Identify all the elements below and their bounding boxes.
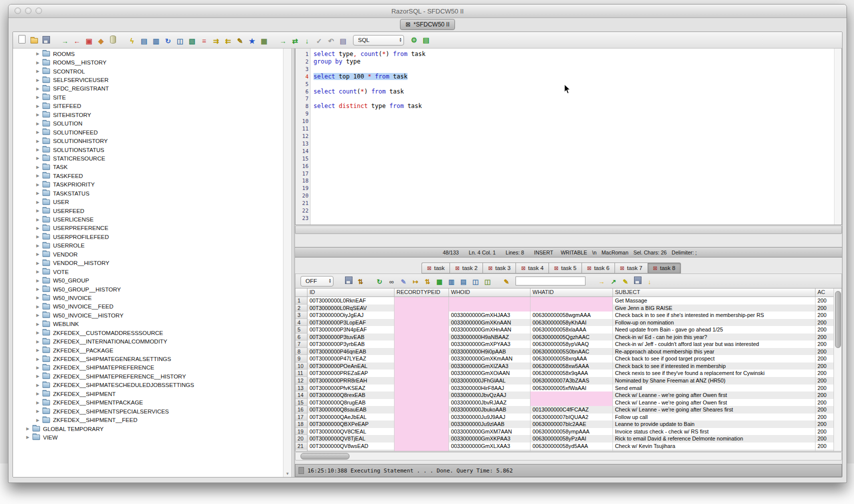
sidebar-item-solutionstatus[interactable]: ▶SOLUTIONSTATUS <box>13 146 282 154</box>
table-cell[interactable]: Follow-up on nomination <box>613 319 816 326</box>
disclosure-triangle-icon[interactable]: ▶ <box>35 409 40 414</box>
table-cell[interactable]: 200 <box>816 414 834 421</box>
table-cell[interactable]: Nominated by Shane Freeman at ANZ (HR50) <box>613 377 816 384</box>
table-cell[interactable]: Rick to email David & reference Delmonte… <box>613 435 816 442</box>
table-cell[interactable]: 200 <box>816 362 834 370</box>
table-cell[interactable] <box>530 304 613 312</box>
refresh-results-icon[interactable]: ↻ <box>374 277 384 287</box>
table-cell[interactable]: 00T3000000QV8TjEAL <box>308 435 394 442</box>
editor-vertical-scrollbar[interactable] <box>834 48 842 224</box>
table-cell[interactable]: 00T3000000Q8rexEAB <box>308 392 394 399</box>
disclosure-triangle-icon[interactable]: ▶ <box>35 348 40 352</box>
tree-scrollbar[interactable]: ▼ <box>283 48 292 477</box>
table-cell[interactable]: 200 <box>816 392 834 399</box>
edit-icon[interactable]: ✎ <box>235 36 245 46</box>
table-cell[interactable]: 00630000005QgzhAAC <box>530 334 613 341</box>
column-header-whoid[interactable]: WHOID <box>449 288 530 296</box>
sidebar-item-solution[interactable]: ▶SOLUTION <box>13 120 282 128</box>
table-cell[interactable]: 200 <box>816 326 834 334</box>
save-changes-icon[interactable] <box>632 276 642 286</box>
sidebar-item-rooms-history[interactable]: ▶ROOMS__HISTORY <box>13 58 282 66</box>
view-mode-icon[interactable]: ∞ <box>386 277 396 287</box>
title-bar[interactable]: RazorSQL - SFDCW50 II <box>8 4 846 18</box>
table-cell[interactable]: 006300000058yKhAAI <box>530 319 613 326</box>
sidebar-item-zkfedex-internationalcommodity[interactable]: ▶ZKFEDEX__INTERNATIONALCOMMODITY <box>13 337 282 346</box>
save-icon[interactable] <box>41 34 51 44</box>
table-cell[interactable]: 0033000000GmXM7AAN <box>449 428 530 436</box>
table-cell[interactable]: 006300000058xlaAAA <box>530 326 613 334</box>
table-cell[interactable]: Check-in w/ Ed - can he join this year? <box>613 334 816 341</box>
sidebar-item-userlicense[interactable]: ▶USERLICENSE <box>13 215 282 224</box>
column-header-recordtypeid[interactable]: RECORDTYPEID <box>394 288 449 296</box>
table-cell[interactable]: 00T3000000PREZaEAP <box>308 370 394 377</box>
scrollbar-thumb[interactable] <box>835 291 841 348</box>
table-cell[interactable] <box>394 377 449 384</box>
disclosure-triangle-icon[interactable]: ▶ <box>35 122 40 126</box>
disclosure-triangle-icon[interactable]: ▶ <box>35 322 40 326</box>
disclosure-triangle-icon[interactable]: ▶ <box>35 392 40 396</box>
table-cell[interactable]: 00T3000000QV8wsEAD <box>308 442 394 450</box>
table-cell[interactable]: 006300000058yhWAAQ <box>530 450 613 451</box>
row-limit-select[interactable]: OFF ▲▼ <box>300 276 334 286</box>
table-cell[interactable] <box>394 362 449 370</box>
table-cell[interactable]: 006300000058wgmAAA <box>530 312 613 319</box>
table-cell[interactable]: Check w/ Kevin Tsujihara <box>613 442 816 450</box>
sidebar-item-view[interactable]: ▶VIEW <box>13 433 282 442</box>
sidebar-item-sitefeed[interactable]: ▶SITEFEED <box>13 102 282 110</box>
sidebar-item-zkfedex-shipment-feed[interactable]: ▶ZKFEDEX__SHIPMENT__FEED <box>13 416 282 424</box>
table-cell[interactable]: 00T3000000QAeJbEAL <box>308 414 394 421</box>
disclosure-triangle-icon[interactable]: ▶ <box>35 104 40 108</box>
result-tab-task-7[interactable]: ⊠task 7 <box>614 262 648 274</box>
table-cell[interactable]: 006300000058x9qAAA <box>530 370 613 377</box>
disclosure-triangle-icon[interactable]: ▶ <box>25 435 30 440</box>
table-cell[interactable]: 200 <box>816 348 834 356</box>
outdent-icon[interactable]: ⇇ <box>223 36 233 46</box>
table-cell[interactable]: 00630000005S0bnAAC <box>530 348 613 356</box>
sidebar-item-solutionhistory[interactable]: ▶SOLUTIONHISTORY <box>13 136 282 145</box>
notes-icon[interactable]: ▤ <box>338 36 348 46</box>
goto-row-icon[interactable]: ↦ <box>410 277 420 287</box>
results-search-input[interactable] <box>516 276 586 286</box>
sidebar-item-task[interactable]: ▶TASK <box>13 163 282 172</box>
sidebar-item-vendor[interactable]: ▶VENDOR <box>13 250 282 258</box>
disclosure-triangle-icon[interactable]: ▶ <box>35 139 40 144</box>
sidebar-item-zkfedex-customaddresssource[interactable]: ▶ZKFEDEX__CUSTOMADDRESSSOURCE <box>13 328 282 337</box>
table-cell[interactable]: Leanne to provide update to Bain <box>613 420 816 428</box>
table-cell[interactable] <box>394 370 449 377</box>
editor-horizontal-scrollbar[interactable] <box>295 226 842 234</box>
table-cell[interactable]: 0033000000JFhGlAAL <box>449 377 530 384</box>
duplicate-icon[interactable]: ◫ <box>482 277 492 287</box>
disclosure-triangle-icon[interactable]: ▶ <box>35 261 40 266</box>
table-cell[interactable]: 00T3000000P46qnEAB <box>308 348 394 356</box>
connect-icon[interactable]: → <box>60 36 70 46</box>
disclosure-triangle-icon[interactable]: ▶ <box>35 112 40 117</box>
table-cell[interactable]: Re-approach about membership this year <box>613 348 816 356</box>
sidebar-item-w50-invoice-feed[interactable]: ▶W50_INVOICE__FEED <box>13 302 282 311</box>
table-cell[interactable]: Check back to see if interested in membe… <box>613 362 816 370</box>
close-tab-icon[interactable]: ⊠ <box>427 266 432 271</box>
sidebar-item-rooms[interactable]: ▶ROOMS <box>13 50 282 58</box>
copy-icon[interactable]: ◫ <box>175 36 185 46</box>
table-cell[interactable]: 006300000058ypVAAQ <box>530 340 613 348</box>
table-cell[interactable]: 0033000000GmXPYAA3 <box>449 340 530 348</box>
table-cell[interactable]: 00T3000000QBXPeEAP <box>308 420 394 428</box>
disclosure-triangle-icon[interactable]: ▶ <box>35 287 40 292</box>
table-cell[interactable]: 200 <box>816 435 834 442</box>
close-tab-icon[interactable]: ⊠ <box>406 22 410 28</box>
disclosure-triangle-icon[interactable]: ▶ <box>35 78 40 82</box>
close-tab-icon[interactable]: ⊠ <box>620 266 624 271</box>
sidebar-item-w50-invoice[interactable]: ▶W50_INVOICE <box>13 294 282 302</box>
sidebar-item-userrole[interactable]: ▶USERROLE <box>13 242 282 250</box>
table-cell[interactable]: 0033000000GmXHJAA3 <box>449 312 530 319</box>
minimize-window-button[interactable] <box>25 8 32 14</box>
commit-icon[interactable]: ▣ <box>84 36 94 46</box>
table-cell[interactable]: 00T3000000PfvKSEAZ <box>308 384 394 392</box>
sidebar-item-userfeed[interactable]: ▶USERFEED <box>13 206 282 215</box>
disclosure-triangle-icon[interactable]: ▶ <box>35 278 40 283</box>
sidebar-item-w50-group[interactable]: ▶W50_GROUP <box>13 276 282 284</box>
execute-fetch-icon[interactable]: ▤ <box>139 36 149 46</box>
table-cell[interactable]: 200 <box>816 334 834 341</box>
table-cell[interactable]: 200 <box>816 304 834 312</box>
disclosure-triangle-icon[interactable]: ▶ <box>35 200 40 204</box>
table-cell[interactable] <box>394 450 449 451</box>
